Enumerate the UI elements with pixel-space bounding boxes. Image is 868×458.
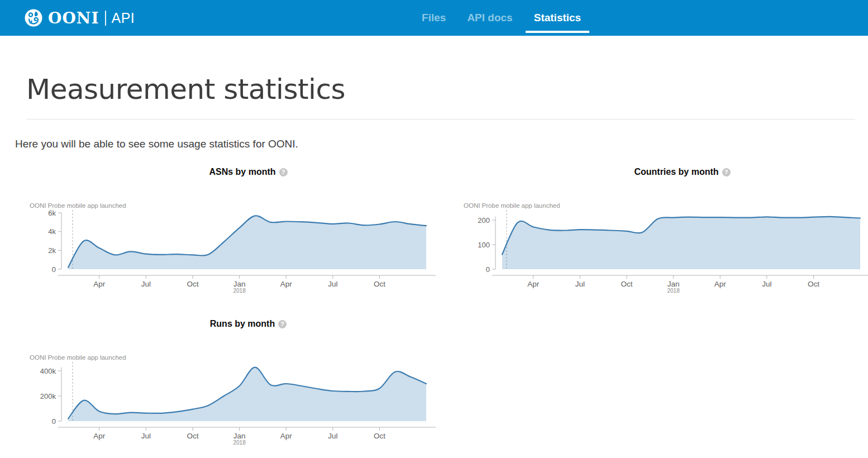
launch-annotation: OONI Probe mobile app launched xyxy=(464,202,560,209)
x-tick-label: Jan xyxy=(233,432,246,440)
chart-countries-by-month: Countries by month ? 0100200AprJulOctJan… xyxy=(443,166,868,297)
y-tick-label: 200k xyxy=(40,392,56,400)
ooni-brand[interactable]: OONI API xyxy=(25,9,135,27)
x-tick-label: Apr xyxy=(280,432,293,440)
x-tick-label: Apr xyxy=(93,280,106,288)
x-tick-label: Jul xyxy=(575,280,585,288)
x-tick-label: Apr xyxy=(527,280,540,288)
brand-separator xyxy=(105,11,106,26)
x-tick-label: Oct xyxy=(187,280,198,288)
x-tick-label: Jul xyxy=(762,280,771,288)
y-tick-label: 400k xyxy=(40,367,56,375)
x-tick-label: Jul xyxy=(328,432,337,440)
brand-name: OONI xyxy=(48,9,99,27)
x-tick-label: Oct xyxy=(374,280,385,288)
y-tick-label: 4k xyxy=(48,227,56,236)
intro-text: Here you will be able to see some usage … xyxy=(15,136,855,152)
chart-runs-by-month: Runs by month ? 0200k400kAprJulOctJan201… xyxy=(0,318,443,449)
y-tick-label: 200 xyxy=(478,216,490,225)
runs-area-chart[interactable]: 0200k400kAprJulOctJan2018AprJulOctOONI P… xyxy=(22,351,443,449)
chart-title-row: Countries by month ? xyxy=(456,166,868,178)
x-tick-sublabel: 2018 xyxy=(667,288,680,294)
y-tick-label: 0 xyxy=(486,265,490,274)
help-icon[interactable]: ? xyxy=(279,168,288,176)
y-tick-label: 6k xyxy=(48,209,56,217)
x-tick-label: Apr xyxy=(93,432,106,440)
x-tick-label: Jul xyxy=(141,432,151,440)
x-tick-label: Oct xyxy=(808,280,819,288)
asns-area-chart[interactable]: 02k4k6kAprJulOctJan2018AprJulOctOONI Pro… xyxy=(22,199,443,297)
x-tick-label: Apr xyxy=(280,280,293,288)
x-tick-label: Jul xyxy=(328,280,337,288)
y-tick-label: 0 xyxy=(52,265,56,274)
chart-title-asns: ASNs by month xyxy=(209,167,275,177)
chart-title-countries: Countries by month xyxy=(634,167,718,177)
page-title: Measurement statistics xyxy=(26,71,842,108)
x-tick-label: Jan xyxy=(667,280,680,288)
help-icon[interactable]: ? xyxy=(722,168,731,176)
brand-sub: API xyxy=(111,10,135,26)
title-divider xyxy=(26,119,855,120)
x-tick-label: Apr xyxy=(714,280,727,288)
charts-grid: ASNs by month ? 02k4k6kAprJulOctJan2018A… xyxy=(0,166,868,449)
chart-title-row: Runs by month ? xyxy=(22,318,443,330)
x-tick-label: Jul xyxy=(141,280,151,288)
x-tick-sublabel: 2018 xyxy=(233,440,246,446)
x-tick-label: Oct xyxy=(621,280,632,288)
main-content: Measurement statistics Here you will be … xyxy=(0,71,868,449)
x-tick-label: Oct xyxy=(374,432,385,440)
nav-api-docs[interactable]: API docs xyxy=(466,9,513,26)
chart-title-row: ASNs by month ? xyxy=(22,166,443,178)
y-tick-label: 100 xyxy=(478,241,490,249)
main-nav: Files API docs Statistics xyxy=(135,9,868,26)
launch-annotation: OONI Probe mobile app launched xyxy=(30,354,126,361)
chart-asns-by-month: ASNs by month ? 02k4k6kAprJulOctJan2018A… xyxy=(0,166,443,297)
x-tick-sublabel: 2018 xyxy=(233,288,246,294)
empty-grid-cell xyxy=(443,318,868,449)
y-tick-label: 0 xyxy=(52,417,56,426)
y-tick-label: 2k xyxy=(48,246,56,255)
area-fill xyxy=(502,217,860,269)
x-tick-label: Jan xyxy=(233,280,246,288)
chart-title-runs: Runs by month xyxy=(210,319,275,329)
area-fill xyxy=(68,216,426,269)
ooni-logo-icon xyxy=(25,9,42,27)
nav-statistics[interactable]: Statistics xyxy=(533,9,582,26)
launch-annotation: OONI Probe mobile app launched xyxy=(30,202,126,209)
nav-files[interactable]: Files xyxy=(421,9,447,26)
help-icon[interactable]: ? xyxy=(278,320,287,328)
top-nav-bar: OONI API Files API docs Statistics xyxy=(0,0,868,36)
countries-area-chart[interactable]: 0100200AprJulOctJan2018AprJulOctOONI Pro… xyxy=(456,199,868,297)
x-tick-label: Oct xyxy=(187,432,198,440)
